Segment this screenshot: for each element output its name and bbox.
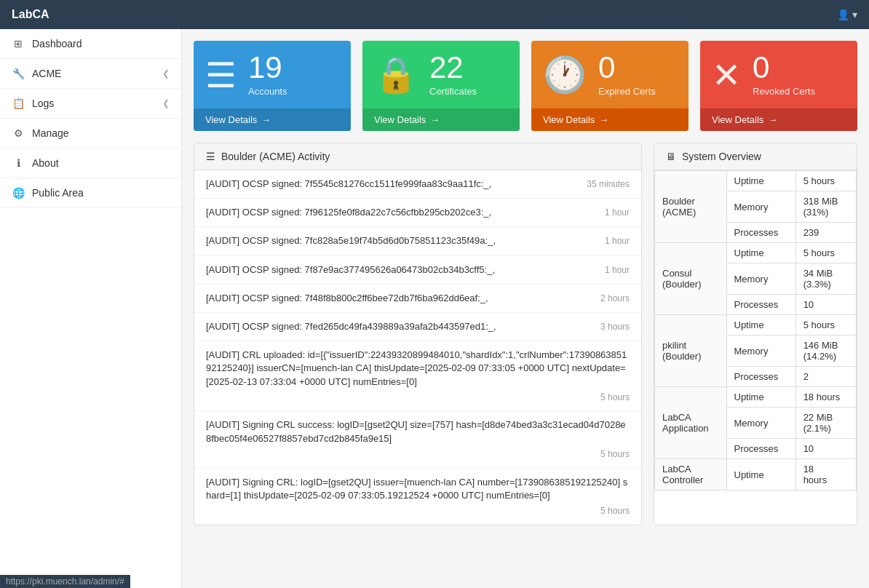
activity-text: [AUDIT] OCSP signed: 7f5545c81276cc1511f… (206, 178, 581, 191)
stat-card-label-expired: Expired Certs (598, 86, 656, 97)
sidebar-item-logs[interactable]: 📋 Logs ❮ (0, 89, 181, 119)
activity-text: [AUDIT] OCSP signed: 7fed265dc49fa439889… (206, 320, 595, 333)
stat-card-body-accounts: ☰ 19 Accounts (194, 41, 351, 108)
stat-card-info-certificates: 22 Certificates (429, 52, 477, 97)
chevron-icon-acme: ❮ (162, 68, 170, 79)
monitor-icon: 🖥 (666, 151, 676, 162)
activity-list-item: [AUDIT] CRL uploaded: id=[{"issuerID":22… (194, 341, 641, 411)
metric-value: 239 (795, 223, 856, 243)
stat-card-info-revoked: 0 Revoked Certs (753, 52, 815, 97)
activity-time: 5 hours (206, 392, 630, 404)
metric-label: Processes (726, 439, 795, 459)
sidebar-item-dashboard[interactable]: ⊞ Dashboard (0, 29, 181, 59)
metric-value: 22 MiB (2.1%) (795, 408, 856, 439)
stat-card-footer-expired[interactable]: View Details → (531, 108, 689, 131)
activity-time: 1 hour (605, 265, 630, 275)
sidebar-item-manage[interactable]: ⚙ Manage (0, 119, 181, 148)
app-title: LabCA (12, 8, 49, 21)
system-section-label: LabCA Application (655, 387, 727, 459)
arrow-icon-revoked: → (768, 114, 777, 125)
stat-card-revoked: ✕ 0 Revoked Certs View Details → (700, 41, 857, 131)
metric-value: 34 MiB (3.3%) (795, 263, 856, 295)
metric-value: 18 hours (795, 459, 856, 490)
stat-card-footer-revoked[interactable]: View Details → (700, 108, 857, 131)
table-row: Consul (Boulder)Uptime5 hours (655, 243, 857, 263)
activity-title: Boulder (ACME) Activity (221, 151, 330, 162)
sidebar-item-acme[interactable]: 🔧 ACME ❮ (0, 59, 181, 89)
table-row: LabCA ControllerUptime18 hours (655, 459, 857, 490)
metric-value: 5 hours (795, 315, 856, 335)
metric-value: 5 hours (795, 243, 856, 263)
activity-panel: ☰ Boulder (ACME) Activity [AUDIT] OCSP s… (194, 143, 642, 525)
system-section-label: LabCA Controller (655, 459, 727, 490)
metric-label: Processes (726, 223, 795, 243)
activity-list-item: [AUDIT] OCSP signed: 7f5545c81276cc1511f… (194, 170, 641, 199)
sidebar-item-public-area[interactable]: 🌐 Public Area (0, 178, 181, 208)
stat-card-value-certificates: 22 (429, 52, 477, 83)
activity-text: [AUDIT] CRL uploaded: id=[{"issuerID":22… (206, 349, 630, 403)
stat-card-icon-accounts: ☰ (205, 55, 237, 95)
metric-label: Memory (726, 191, 795, 223)
activity-list: [AUDIT] OCSP signed: 7f5545c81276cc1511f… (194, 170, 641, 525)
system-overview-header: 🖥 System Overview (654, 143, 857, 170)
activity-text: [AUDIT] Signing CRL success: logID=[gset… (206, 418, 630, 460)
activity-time: 1 hour (605, 207, 630, 218)
stat-card-body-certificates: 🔒 22 Certificates (362, 41, 520, 108)
metric-label: Processes (726, 295, 795, 315)
metric-value: 2 (795, 367, 856, 387)
metric-label: Processes (726, 367, 795, 387)
view-details-label-expired: View Details (543, 114, 595, 125)
sidebar-icon-about: ℹ (12, 157, 25, 169)
stat-card-footer-certificates[interactable]: View Details → (362, 108, 520, 131)
sidebar-label-manage: Manage (32, 127, 170, 139)
sidebar-item-about[interactable]: ℹ About (0, 148, 181, 178)
stat-card-value-accounts: 19 (248, 52, 287, 83)
stat-card-label-accounts: Accounts (248, 86, 287, 97)
activity-text: [AUDIT] OCSP signed: 7f87e9ac377495626a0… (206, 263, 599, 277)
stat-card-icon-certificates: 🔒 (374, 55, 418, 95)
arrow-icon-expired: → (599, 114, 608, 125)
sidebar-label-logs: Logs (32, 98, 155, 109)
statusbar-url: https://pki.muench.lan/admin/# (6, 576, 124, 587)
table-row: pkilint (Boulder)Uptime5 hours (655, 315, 857, 335)
activity-list-item: [AUDIT] OCSP signed: 7f96125fe0f8da22c7c… (194, 199, 641, 227)
activity-list-item: [AUDIT] OCSP signed: 7f48f8b800c2ff6bee7… (194, 285, 641, 313)
activity-list-item: [AUDIT] OCSP signed: 7fed265dc49fa439889… (194, 313, 641, 341)
user-menu[interactable]: 👤 ▾ (837, 9, 857, 20)
sidebar-label-public-area: Public Area (32, 187, 170, 199)
activity-list-item: [AUDIT] OCSP signed: 7f87e9ac377495626a0… (194, 256, 641, 285)
activity-time: 5 hours (206, 505, 630, 517)
activity-time: 35 minutes (587, 179, 630, 189)
layout: ⊞ Dashboard 🔧 ACME ❮ 📋 Logs ❮ ⚙ Manage ℹ… (0, 29, 869, 588)
activity-time: 5 hours (206, 448, 630, 461)
stat-card-expired: 🕐 0 Expired Certs View Details → (531, 41, 689, 131)
sidebar-icon-logs: 📋 (12, 98, 25, 109)
activity-time: 2 hours (600, 293, 630, 303)
metric-label: Memory (726, 263, 795, 295)
main-content: ☰ 19 Accounts View Details → 🔒 22 Certif… (182, 29, 869, 588)
metric-label: Uptime (726, 459, 795, 490)
metric-label: Uptime (726, 315, 795, 335)
activity-text: [AUDIT] OCSP signed: 7f48f8b800c2ff6bee7… (206, 292, 595, 305)
activity-list-item: [AUDIT] Signing CRL success: logID=[gset… (194, 411, 641, 468)
view-details-label-accounts: View Details (205, 114, 257, 125)
system-overview-title: System Overview (682, 151, 761, 162)
metric-value: 5 hours (795, 171, 856, 191)
sidebar-icon-acme: 🔧 (12, 68, 25, 79)
system-section-label: Boulder (ACME) (655, 171, 727, 243)
stat-card-info-accounts: 19 Accounts (248, 52, 287, 97)
metric-label: Uptime (726, 243, 795, 263)
activity-text: [AUDIT] Signing CRL: logID=[gset2QU] iss… (206, 476, 630, 517)
arrow-icon-certificates: → (430, 114, 440, 125)
stat-card-accounts: ☰ 19 Accounts View Details → (194, 41, 351, 131)
metric-value: 146 MiB (14.2%) (795, 335, 856, 367)
metric-label: Memory (726, 408, 795, 439)
sidebar-icon-manage: ⚙ (12, 127, 25, 139)
table-row: LabCA ApplicationUptime18 hours (655, 387, 857, 408)
sidebar-label-dashboard: Dashboard (32, 38, 170, 49)
stat-card-body-revoked: ✕ 0 Revoked Certs (700, 41, 857, 108)
stat-card-footer-accounts[interactable]: View Details → (194, 108, 351, 131)
stat-card-label-certificates: Certificates (429, 86, 477, 97)
stat-card-value-expired: 0 (598, 52, 656, 83)
metric-label: Uptime (726, 171, 795, 191)
